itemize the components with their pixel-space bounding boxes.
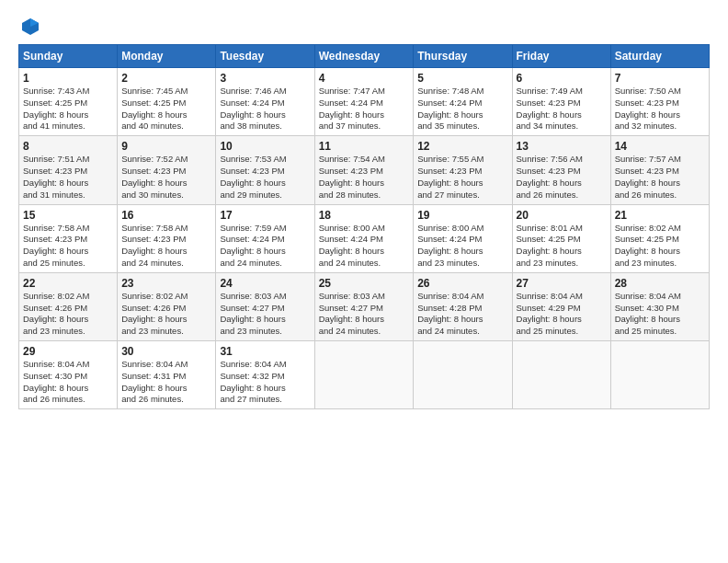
day-number: 26 bbox=[417, 277, 507, 290]
calendar-week-1: 1Sunrise: 7:43 AM Sunset: 4:25 PM Daylig… bbox=[19, 68, 710, 136]
calendar-cell: 9Sunrise: 7:52 AM Sunset: 4:23 PM Daylig… bbox=[118, 136, 216, 204]
calendar-cell: 19Sunrise: 8:00 AM Sunset: 4:24 PM Dayli… bbox=[414, 204, 512, 272]
day-info: Sunrise: 8:02 AM Sunset: 4:25 PM Dayligh… bbox=[615, 223, 705, 270]
day-info: Sunrise: 7:45 AM Sunset: 4:25 PM Dayligh… bbox=[121, 86, 211, 132]
calendar-cell: 7Sunrise: 7:50 AM Sunset: 4:23 PM Daylig… bbox=[610, 68, 709, 136]
calendar-header-monday: Monday bbox=[118, 45, 216, 68]
calendar-cell: 10Sunrise: 7:53 AM Sunset: 4:23 PM Dayli… bbox=[216, 136, 314, 204]
calendar-week-2: 8Sunrise: 7:51 AM Sunset: 4:23 PM Daylig… bbox=[19, 136, 710, 204]
calendar-header-saturday: Saturday bbox=[610, 45, 709, 68]
day-number: 22 bbox=[23, 277, 113, 290]
day-number: 12 bbox=[417, 140, 507, 153]
calendar-cell: 11Sunrise: 7:54 AM Sunset: 4:23 PM Dayli… bbox=[314, 136, 414, 204]
calendar-week-4: 22Sunrise: 8:02 AM Sunset: 4:26 PM Dayli… bbox=[19, 272, 710, 340]
day-info: Sunrise: 8:04 AM Sunset: 4:29 PM Dayligh… bbox=[517, 291, 607, 338]
day-number: 11 bbox=[319, 140, 410, 153]
calendar-cell: 1Sunrise: 7:43 AM Sunset: 4:25 PM Daylig… bbox=[19, 68, 118, 136]
day-number: 2 bbox=[121, 72, 211, 85]
header bbox=[18, 17, 710, 35]
calendar-cell: 2Sunrise: 7:45 AM Sunset: 4:25 PM Daylig… bbox=[118, 68, 216, 136]
day-info: Sunrise: 8:04 AM Sunset: 4:28 PM Dayligh… bbox=[417, 291, 507, 338]
calendar-cell: 26Sunrise: 8:04 AM Sunset: 4:28 PM Dayli… bbox=[414, 272, 512, 340]
logo-text bbox=[18, 17, 40, 37]
day-number: 27 bbox=[517, 277, 607, 290]
calendar-cell: 23Sunrise: 8:02 AM Sunset: 4:26 PM Dayli… bbox=[118, 272, 216, 340]
calendar-header-sunday: Sunday bbox=[19, 45, 118, 68]
calendar-cell: 6Sunrise: 7:49 AM Sunset: 4:23 PM Daylig… bbox=[512, 68, 610, 136]
day-number: 18 bbox=[319, 209, 410, 222]
calendar-cell: 5Sunrise: 7:48 AM Sunset: 4:24 PM Daylig… bbox=[414, 68, 512, 136]
day-info: Sunrise: 8:01 AM Sunset: 4:25 PM Dayligh… bbox=[517, 223, 607, 270]
day-info: Sunrise: 8:04 AM Sunset: 4:30 PM Dayligh… bbox=[615, 291, 705, 338]
day-number: 30 bbox=[121, 345, 211, 358]
day-info: Sunrise: 7:56 AM Sunset: 4:23 PM Dayligh… bbox=[517, 154, 607, 201]
day-info: Sunrise: 8:04 AM Sunset: 4:32 PM Dayligh… bbox=[220, 359, 310, 406]
day-number: 17 bbox=[220, 209, 310, 222]
day-info: Sunrise: 7:55 AM Sunset: 4:23 PM Dayligh… bbox=[417, 154, 507, 201]
day-info: Sunrise: 7:51 AM Sunset: 4:23 PM Dayligh… bbox=[23, 154, 113, 201]
day-info: Sunrise: 7:48 AM Sunset: 4:24 PM Dayligh… bbox=[417, 86, 507, 132]
day-number: 13 bbox=[517, 140, 607, 153]
day-info: Sunrise: 7:46 AM Sunset: 4:24 PM Dayligh… bbox=[220, 86, 310, 132]
calendar-cell: 13Sunrise: 7:56 AM Sunset: 4:23 PM Dayli… bbox=[512, 136, 610, 204]
day-info: Sunrise: 7:50 AM Sunset: 4:23 PM Dayligh… bbox=[615, 86, 705, 132]
day-info: Sunrise: 8:02 AM Sunset: 4:26 PM Dayligh… bbox=[121, 291, 211, 338]
day-info: Sunrise: 7:43 AM Sunset: 4:25 PM Dayligh… bbox=[23, 86, 113, 132]
day-info: Sunrise: 8:02 AM Sunset: 4:26 PM Dayligh… bbox=[23, 291, 113, 338]
day-number: 28 bbox=[615, 277, 705, 290]
calendar-cell: 28Sunrise: 8:04 AM Sunset: 4:30 PM Dayli… bbox=[610, 272, 709, 340]
day-info: Sunrise: 8:04 AM Sunset: 4:30 PM Dayligh… bbox=[23, 359, 113, 406]
calendar-header-thursday: Thursday bbox=[414, 45, 512, 68]
calendar-cell: 30Sunrise: 8:04 AM Sunset: 4:31 PM Dayli… bbox=[118, 341, 216, 409]
day-number: 29 bbox=[23, 345, 113, 358]
calendar-cell: 4Sunrise: 7:47 AM Sunset: 4:24 PM Daylig… bbox=[314, 68, 414, 136]
day-number: 23 bbox=[121, 277, 211, 290]
calendar-cell bbox=[512, 341, 610, 409]
day-info: Sunrise: 8:04 AM Sunset: 4:31 PM Dayligh… bbox=[121, 359, 211, 406]
calendar-cell: 18Sunrise: 8:00 AM Sunset: 4:24 PM Dayli… bbox=[314, 204, 414, 272]
day-info: Sunrise: 8:00 AM Sunset: 4:24 PM Dayligh… bbox=[417, 223, 507, 270]
calendar-week-5: 29Sunrise: 8:04 AM Sunset: 4:30 PM Dayli… bbox=[19, 341, 710, 409]
day-info: Sunrise: 7:53 AM Sunset: 4:23 PM Dayligh… bbox=[220, 154, 310, 201]
calendar-header-row: SundayMondayTuesdayWednesdayThursdayFrid… bbox=[19, 45, 710, 68]
day-info: Sunrise: 8:00 AM Sunset: 4:24 PM Dayligh… bbox=[319, 223, 410, 270]
day-info: Sunrise: 8:03 AM Sunset: 4:27 PM Dayligh… bbox=[220, 291, 310, 338]
day-number: 1 bbox=[23, 72, 113, 85]
day-number: 31 bbox=[220, 345, 310, 358]
day-info: Sunrise: 7:57 AM Sunset: 4:23 PM Dayligh… bbox=[615, 154, 705, 201]
logo-flag-icon bbox=[20, 17, 40, 37]
calendar-cell: 24Sunrise: 8:03 AM Sunset: 4:27 PM Dayli… bbox=[216, 272, 314, 340]
calendar-cell: 14Sunrise: 7:57 AM Sunset: 4:23 PM Dayli… bbox=[610, 136, 709, 204]
calendar-cell: 31Sunrise: 8:04 AM Sunset: 4:32 PM Dayli… bbox=[216, 341, 314, 409]
calendar-header-wednesday: Wednesday bbox=[314, 45, 414, 68]
calendar-cell: 20Sunrise: 8:01 AM Sunset: 4:25 PM Dayli… bbox=[512, 204, 610, 272]
day-number: 25 bbox=[319, 277, 410, 290]
calendar-cell: 12Sunrise: 7:55 AM Sunset: 4:23 PM Dayli… bbox=[414, 136, 512, 204]
day-number: 6 bbox=[517, 72, 607, 85]
day-info: Sunrise: 7:58 AM Sunset: 4:23 PM Dayligh… bbox=[23, 223, 113, 270]
day-info: Sunrise: 7:58 AM Sunset: 4:23 PM Dayligh… bbox=[121, 223, 211, 270]
day-number: 19 bbox=[417, 209, 507, 222]
calendar-cell bbox=[314, 341, 414, 409]
day-info: Sunrise: 7:49 AM Sunset: 4:23 PM Dayligh… bbox=[517, 86, 607, 132]
day-number: 9 bbox=[121, 140, 211, 153]
day-info: Sunrise: 8:03 AM Sunset: 4:27 PM Dayligh… bbox=[319, 291, 410, 338]
day-number: 21 bbox=[615, 209, 705, 222]
calendar-cell: 17Sunrise: 7:59 AM Sunset: 4:24 PM Dayli… bbox=[216, 204, 314, 272]
day-number: 14 bbox=[615, 140, 705, 153]
calendar-cell: 27Sunrise: 8:04 AM Sunset: 4:29 PM Dayli… bbox=[512, 272, 610, 340]
calendar-cell: 29Sunrise: 8:04 AM Sunset: 4:30 PM Dayli… bbox=[19, 341, 118, 409]
page: SundayMondayTuesdayWednesdayThursdayFrid… bbox=[0, 0, 728, 563]
day-number: 24 bbox=[220, 277, 310, 290]
calendar-cell: 21Sunrise: 8:02 AM Sunset: 4:25 PM Dayli… bbox=[610, 204, 709, 272]
calendar-week-3: 15Sunrise: 7:58 AM Sunset: 4:23 PM Dayli… bbox=[19, 204, 710, 272]
day-info: Sunrise: 7:52 AM Sunset: 4:23 PM Dayligh… bbox=[121, 154, 211, 201]
day-number: 16 bbox=[121, 209, 211, 222]
day-number: 10 bbox=[220, 140, 310, 153]
calendar-cell: 15Sunrise: 7:58 AM Sunset: 4:23 PM Dayli… bbox=[19, 204, 118, 272]
day-number: 15 bbox=[23, 209, 113, 222]
calendar-cell: 25Sunrise: 8:03 AM Sunset: 4:27 PM Dayli… bbox=[314, 272, 414, 340]
logo bbox=[18, 17, 40, 35]
calendar-cell bbox=[414, 341, 512, 409]
day-info: Sunrise: 7:54 AM Sunset: 4:23 PM Dayligh… bbox=[319, 154, 410, 201]
